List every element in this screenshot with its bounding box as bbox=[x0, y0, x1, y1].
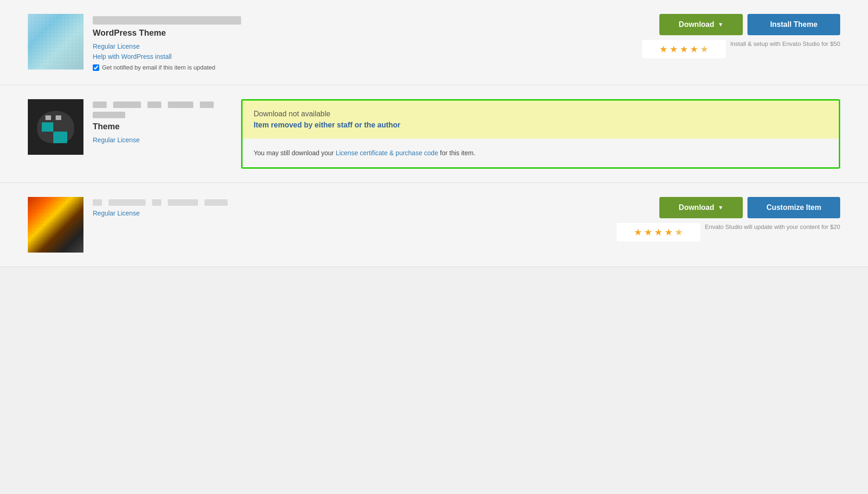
item-1-title-blurred bbox=[93, 16, 241, 25]
item-1-install-button[interactable]: Install Theme bbox=[747, 14, 840, 35]
item-1-help-link[interactable]: Help with WordPress install bbox=[93, 53, 633, 60]
blur3-2 bbox=[108, 199, 146, 206]
item-2-title-blurred-row bbox=[93, 101, 232, 118]
item-3-stars: ★ ★ ★ ★ ★ bbox=[617, 223, 700, 241]
item-2-type: Theme bbox=[93, 122, 232, 132]
star3-5: ★ bbox=[675, 227, 683, 238]
item-3-customize-label: Customize Item bbox=[766, 203, 821, 211]
item-1-download-icon: ▼ bbox=[718, 21, 723, 28]
item-1-stars: ★ ★ ★ ★ ★ bbox=[642, 40, 726, 58]
item-3-thumbnail bbox=[28, 197, 83, 253]
item-3-license-link[interactable]: Regular License bbox=[93, 209, 607, 217]
item-1-download-label: Download bbox=[679, 20, 714, 29]
star3-2: ★ bbox=[644, 227, 652, 238]
removed-notice-top: Download not available Item removed by e… bbox=[243, 101, 839, 139]
blur-3 bbox=[147, 101, 161, 108]
item-row-2: Theme Regular License Download not avail… bbox=[0, 85, 868, 183]
item-3-download-button[interactable]: Download ▼ bbox=[659, 197, 743, 218]
star3-1: ★ bbox=[634, 227, 642, 238]
blur3-5 bbox=[204, 199, 228, 206]
item-1-install-note: Install & setup with Envato Studio for $… bbox=[730, 40, 840, 48]
item-1-thumbnail bbox=[28, 14, 83, 70]
item-1-download-button[interactable]: Download ▼ bbox=[659, 14, 743, 35]
item-row-3: Regular License Download ▼ Customize Ite… bbox=[0, 183, 868, 267]
item-3-customize-button[interactable]: Customize Item bbox=[747, 197, 840, 218]
item-1-license-link[interactable]: Regular License bbox=[93, 43, 633, 50]
item-1-action-buttons: Download ▼ Install Theme bbox=[659, 14, 840, 35]
blur-4 bbox=[168, 101, 193, 108]
star-5: ★ bbox=[700, 44, 708, 55]
star-4: ★ bbox=[690, 44, 698, 55]
item-row-1: WordPress Theme Regular License Help wit… bbox=[0, 0, 868, 85]
blur3-1 bbox=[93, 199, 102, 206]
item-1-info: WordPress Theme Regular License Help wit… bbox=[93, 14, 633, 71]
item-2-removed-notice: Download not available Item removed by e… bbox=[241, 99, 840, 169]
item-1-notify: Get notified by email if this item is up… bbox=[93, 64, 633, 71]
license-certificate-link[interactable]: License certificate & purchase code bbox=[336, 149, 438, 157]
blur-2 bbox=[113, 101, 141, 108]
item-2-info: Theme Regular License bbox=[93, 99, 232, 146]
item-3-action-buttons: Download ▼ Customize Item bbox=[659, 197, 840, 218]
star-1: ★ bbox=[659, 44, 668, 55]
blur-5 bbox=[200, 101, 214, 108]
not-available-text: Download not available bbox=[254, 110, 828, 118]
removed-notice-bottom: You may still download your License cert… bbox=[243, 139, 839, 167]
star-2: ★ bbox=[670, 44, 678, 55]
item-3-info: Regular License bbox=[93, 197, 607, 220]
item-3-title-blurred-row bbox=[93, 199, 607, 206]
blur3-4 bbox=[168, 199, 198, 206]
blur-1 bbox=[93, 101, 107, 108]
still-download-text: You may still download your bbox=[254, 149, 336, 157]
star-3: ★ bbox=[680, 44, 688, 55]
item-3-download-icon: ▼ bbox=[718, 204, 723, 211]
item-1-notify-checkbox[interactable] bbox=[93, 64, 99, 71]
item-1-type: WordPress Theme bbox=[93, 28, 633, 38]
link-suffix-text: for this item. bbox=[438, 149, 475, 157]
item-3-actions: Download ▼ Customize Item ★ ★ ★ ★ ★ Enva… bbox=[617, 197, 840, 241]
blur3-3 bbox=[152, 199, 161, 206]
blur-6 bbox=[93, 112, 125, 118]
item-2-license-link[interactable]: Regular License bbox=[93, 136, 232, 144]
item-3-download-label: Download bbox=[679, 203, 714, 212]
removed-reason-text: Item removed by either staff or the auth… bbox=[254, 121, 828, 129]
item-1-actions: Download ▼ Install Theme ★ ★ ★ ★ ★ Insta… bbox=[642, 14, 840, 58]
item-3-customize-note: Envato Studio will update with your cont… bbox=[705, 223, 840, 231]
item-1-install-label: Install Theme bbox=[770, 20, 817, 28]
item-2-thumbnail bbox=[28, 99, 83, 155]
item-1-notify-label: Get notified by email if this item is up… bbox=[102, 64, 215, 71]
star3-3: ★ bbox=[654, 227, 663, 238]
star3-4: ★ bbox=[664, 227, 673, 238]
